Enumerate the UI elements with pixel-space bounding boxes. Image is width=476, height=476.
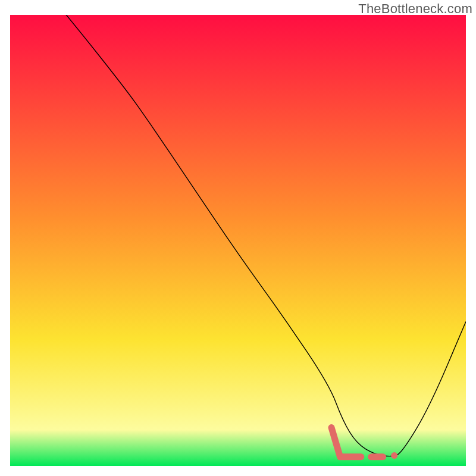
watermark-text: TheBottleneck.com (358, 1, 472, 17)
gradient-background (10, 15, 466, 466)
chart-plot (10, 15, 466, 466)
chart-container: TheBottleneck.com (0, 0, 476, 476)
optimal-dot-marker (391, 452, 397, 459)
